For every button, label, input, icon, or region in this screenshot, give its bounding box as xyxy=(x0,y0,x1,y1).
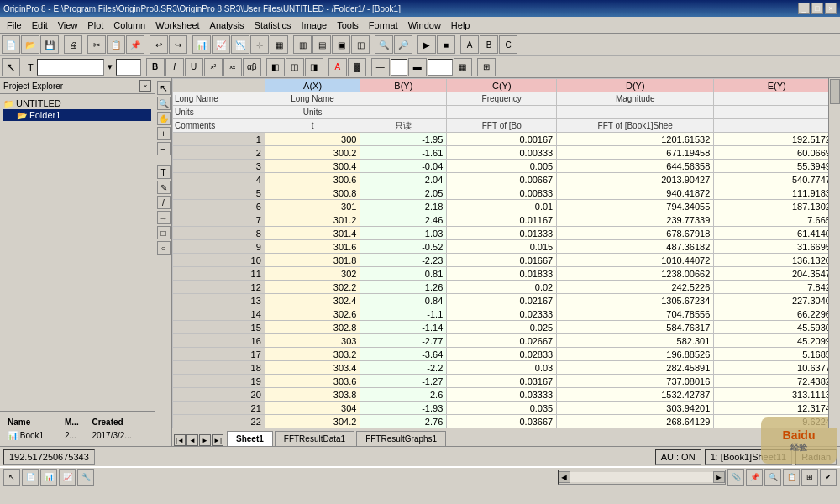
data-cell[interactable]: 0.00167 xyxy=(447,133,557,146)
data-cell[interactable]: 940.41872 xyxy=(557,186,714,200)
left-tb-draw[interactable]: ✎ xyxy=(157,181,171,194)
tb-misc1[interactable]: ⊞ xyxy=(477,58,496,76)
data-cell[interactable]: 300.8 xyxy=(265,186,360,200)
data-cell[interactable]: 313.11136 xyxy=(714,388,840,402)
data-cell[interactable]: 0.01833 xyxy=(447,267,557,281)
maximize-button[interactable]: □ xyxy=(811,3,823,14)
tb-line[interactable]: — xyxy=(371,58,390,76)
col-b-header[interactable]: B(Y) xyxy=(360,79,447,92)
data-cell[interactable]: 0.81 xyxy=(360,267,447,281)
data-cell[interactable]: 2.05 xyxy=(360,186,447,200)
data-cell[interactable]: 302.4 xyxy=(265,294,360,307)
tb-undo[interactable]: ↩ xyxy=(150,35,168,54)
data-cell[interactable]: 302.8 xyxy=(265,321,360,334)
data-cell[interactable]: 0.01167 xyxy=(447,213,557,227)
data-cell[interactable]: 111.91831 xyxy=(714,186,840,200)
data-cell[interactable]: -1.14 xyxy=(360,321,447,334)
tab-first-btn[interactable]: |◄ xyxy=(174,434,186,446)
data-cell[interactable]: -1.93 xyxy=(360,402,447,415)
table-row[interactable]: 4300.62.040.006672013.90427540.77472 xyxy=(173,173,840,186)
data-cell[interactable]: 0.03 xyxy=(447,361,557,375)
tb-scatter[interactable]: ⊹ xyxy=(250,35,269,54)
data-cell[interactable]: 187.13025 xyxy=(714,200,840,213)
table-row[interactable]: 113020.810.018331238.00662204.35472 xyxy=(173,267,840,281)
tab-fftresultdata1[interactable]: FFTResultData1 xyxy=(275,431,354,446)
data-cell[interactable]: 7.8423 xyxy=(714,281,840,294)
table-row[interactable]: 7301.22.460.01167239.773397.6655 xyxy=(173,213,840,227)
minimize-button[interactable]: _ xyxy=(798,3,810,14)
data-cell[interactable]: 303.8 xyxy=(265,388,360,402)
tab-fftresultgraphs1[interactable]: FFTResultGraphs1 xyxy=(356,431,446,446)
data-cell[interactable]: 45.20993 xyxy=(714,334,840,348)
tb-bar[interactable]: ▦ xyxy=(270,35,288,54)
tb-cut[interactable]: ✂ xyxy=(87,35,106,54)
tb-run[interactable]: ▶ xyxy=(417,35,436,54)
table-row[interactable]: 2300.2-1.610.00333671.1945860.06696 xyxy=(173,146,840,160)
menu-tools[interactable]: Tools xyxy=(332,18,364,32)
data-cell[interactable]: 45.59306 xyxy=(714,321,840,334)
task-extra-5[interactable]: ⊞ xyxy=(801,469,818,486)
table-row[interactable]: 20303.8-2.60.033331532.42787313.11136 xyxy=(173,388,840,402)
tb-col[interactable]: ▥ xyxy=(293,35,312,54)
menu-file[interactable]: File xyxy=(2,18,27,32)
menu-window[interactable]: Window xyxy=(403,18,446,32)
tb-sub[interactable]: x₂ xyxy=(223,58,242,76)
tab-prev-btn[interactable]: ◄ xyxy=(186,434,198,446)
table-row[interactable]: 10301.8-2.230.016671010.44072136.13206 xyxy=(173,254,840,267)
task-extra-2[interactable]: 📌 xyxy=(746,469,763,486)
data-cell[interactable]: 60.06696 xyxy=(714,146,840,160)
data-cell[interactable]: 242.5226 xyxy=(557,281,714,294)
sheet-inner[interactable]: A(X) B(Y) C(Y) D(Y) E(Y) Long Name Long … xyxy=(172,78,840,428)
tb-linestyle[interactable]: ▬ xyxy=(408,58,427,76)
tb-align-left[interactable]: ◧ xyxy=(266,58,285,76)
task-extra-4[interactable]: 📋 xyxy=(783,469,800,486)
hscroll-right-btn[interactable]: ► xyxy=(713,471,725,483)
data-cell[interactable]: 12.31743 xyxy=(714,402,840,415)
data-cell[interactable]: 66.22969 xyxy=(714,307,840,321)
tb-bold[interactable]: B xyxy=(146,58,165,76)
menu-edit[interactable]: Edit xyxy=(27,18,53,32)
table-row[interactable]: 18303.4-2.20.03282.4589110.63774 xyxy=(173,361,840,375)
data-cell[interactable]: 0.00833 xyxy=(447,186,557,200)
data-cell[interactable]: 0.02333 xyxy=(447,307,557,321)
data-cell[interactable]: 1238.00662 xyxy=(557,267,714,281)
data-cell[interactable]: 302.2 xyxy=(265,281,360,294)
data-cell[interactable]: 2.18 xyxy=(360,200,447,213)
left-tb-rect[interactable]: □ xyxy=(157,226,171,239)
task-extra-3[interactable]: 🔍 xyxy=(764,469,781,486)
menu-column[interactable]: Column xyxy=(108,18,150,32)
data-cell[interactable]: -2.23 xyxy=(360,254,447,267)
menu-image[interactable]: Image xyxy=(297,18,333,32)
task-extra-6[interactable]: ✔ xyxy=(820,469,837,486)
data-cell[interactable]: 303.6 xyxy=(265,375,360,388)
data-cell[interactable]: 1.03 xyxy=(360,227,447,240)
tb-super[interactable]: x² xyxy=(204,58,223,76)
data-cell[interactable]: 302.6 xyxy=(265,307,360,321)
data-cell[interactable]: 1305.67234 xyxy=(557,294,714,307)
data-cell[interactable]: 0.02167 xyxy=(447,294,557,307)
data-cell[interactable]: 0.005 xyxy=(447,160,557,173)
font-name-input[interactable]: Default: A xyxy=(37,59,104,76)
data-cell[interactable]: 303.2 xyxy=(265,348,360,361)
task-btn-4[interactable]: 📈 xyxy=(59,469,76,486)
data-cell[interactable]: 0.01 xyxy=(447,200,557,213)
tb-alpha[interactable]: αβ xyxy=(243,58,261,76)
left-tb-line[interactable]: / xyxy=(157,196,171,209)
data-cell[interactable]: 301.4 xyxy=(265,227,360,240)
data-cell[interactable]: 300.4 xyxy=(265,160,360,173)
hscroll-left-btn[interactable]: ◄ xyxy=(559,471,570,483)
data-cell[interactable]: 582.301 xyxy=(557,334,714,348)
data-cell[interactable]: -2.77 xyxy=(360,334,447,348)
data-cell[interactable]: 302 xyxy=(265,267,360,281)
col-c-header[interactable]: C(Y) xyxy=(447,79,557,92)
table-row[interactable]: 3300.4-0.040.005644.5635855.39496 xyxy=(173,160,840,173)
scroll-thumb[interactable] xyxy=(830,79,840,104)
data-cell[interactable]: 671.19458 xyxy=(557,146,714,160)
data-cell[interactable]: -1.1 xyxy=(360,307,447,321)
tb-save[interactable]: 💾 xyxy=(40,35,59,54)
data-cell[interactable]: -0.04 xyxy=(360,160,447,173)
data-cell[interactable]: 55.39496 xyxy=(714,160,840,173)
tb-paste[interactable]: 📌 xyxy=(126,35,144,54)
close-button[interactable]: × xyxy=(825,3,837,14)
data-cell[interactable]: 0.01333 xyxy=(447,227,557,240)
